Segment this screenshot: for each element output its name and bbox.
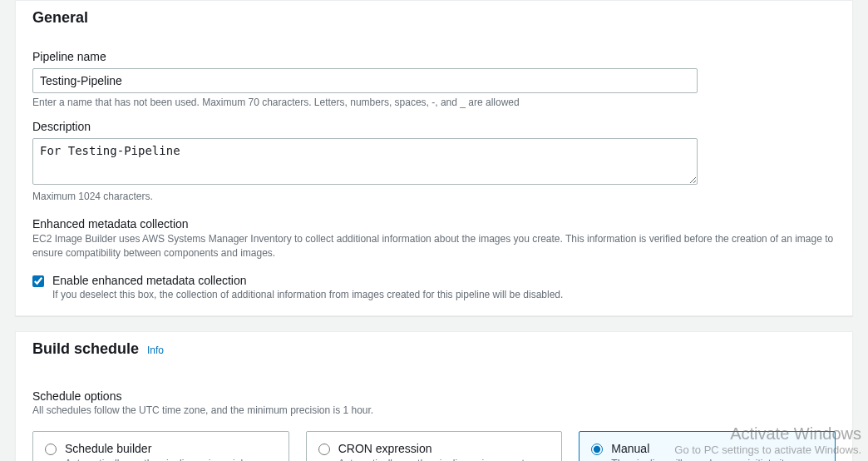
enhanced-checkbox-label: Enable enhanced metadata collection: [52, 274, 563, 287]
option-schedule-builder-radio[interactable]: [45, 444, 57, 455]
general-panel: General Pipeline name Enter a name that …: [15, 0, 853, 316]
general-heading: General: [32, 9, 88, 27]
description-label: Description: [32, 120, 836, 133]
option-schedule-builder-title: Schedule builder: [65, 442, 277, 455]
enhanced-desc: EC2 Image Builder uses AWS Systems Manag…: [32, 232, 836, 260]
info-link[interactable]: Info: [147, 345, 164, 356]
pipeline-name-input[interactable]: [32, 68, 698, 93]
option-cron[interactable]: CRON expression Automatically run the pi…: [306, 431, 563, 461]
general-header: General: [16, 1, 852, 35]
build-schedule-heading: Build schedule: [32, 340, 139, 358]
build-schedule-body: Schedule options All schedules follow th…: [16, 366, 852, 461]
option-manual[interactable]: Manual The pipeline will run when you in…: [579, 431, 836, 461]
schedule-options-label: Schedule options: [32, 389, 836, 403]
schedule-options-row: Schedule builder Automatically run the p…: [32, 431, 836, 461]
pipeline-name-hint: Enter a name that has not been used. Max…: [32, 97, 836, 108]
description-hint: Maximum 1024 characters.: [32, 191, 836, 202]
pipeline-name-field: Pipeline name Enter a name that has not …: [32, 50, 836, 108]
option-manual-text: Manual The pipeline will run when you in…: [611, 442, 787, 461]
option-schedule-builder[interactable]: Schedule builder Automatically run the p…: [32, 431, 289, 461]
enhanced-checkbox[interactable]: [32, 275, 44, 287]
option-cron-radio[interactable]: [318, 444, 330, 455]
build-schedule-header: Build schedule Info: [16, 332, 852, 366]
pipeline-name-label: Pipeline name: [32, 50, 836, 63]
description-field: Description Maximum 1024 characters.: [32, 120, 836, 202]
general-body: Pipeline name Enter a name that has not …: [16, 35, 852, 315]
option-manual-desc: The pipeline will run when you initiate …: [611, 457, 787, 461]
option-schedule-builder-text: Schedule builder Automatically run the p…: [65, 442, 277, 461]
option-cron-title: CRON expression: [338, 442, 550, 455]
build-schedule-panel: Build schedule Info Schedule options All…: [15, 331, 853, 461]
option-manual-radio[interactable]: [591, 444, 603, 455]
description-textarea[interactable]: [32, 138, 698, 185]
enhanced-title: Enhanced metadata collection: [32, 217, 836, 230]
enhanced-checkbox-text: Enable enhanced metadata collection If y…: [52, 274, 563, 300]
schedule-options-hint: All schedules follow the UTC time zone, …: [32, 404, 836, 416]
option-schedule-builder-desc: Automatically run the pipeline using a j…: [65, 457, 277, 461]
enhanced-checkbox-row: Enable enhanced metadata collection If y…: [32, 274, 836, 300]
enhanced-checkbox-sub: If you deselect this box, the collection…: [52, 289, 563, 300]
option-cron-desc: Automatically run the pipeline using a s…: [338, 457, 550, 461]
option-cron-text: CRON expression Automatically run the pi…: [338, 442, 550, 461]
option-manual-title: Manual: [611, 442, 787, 455]
